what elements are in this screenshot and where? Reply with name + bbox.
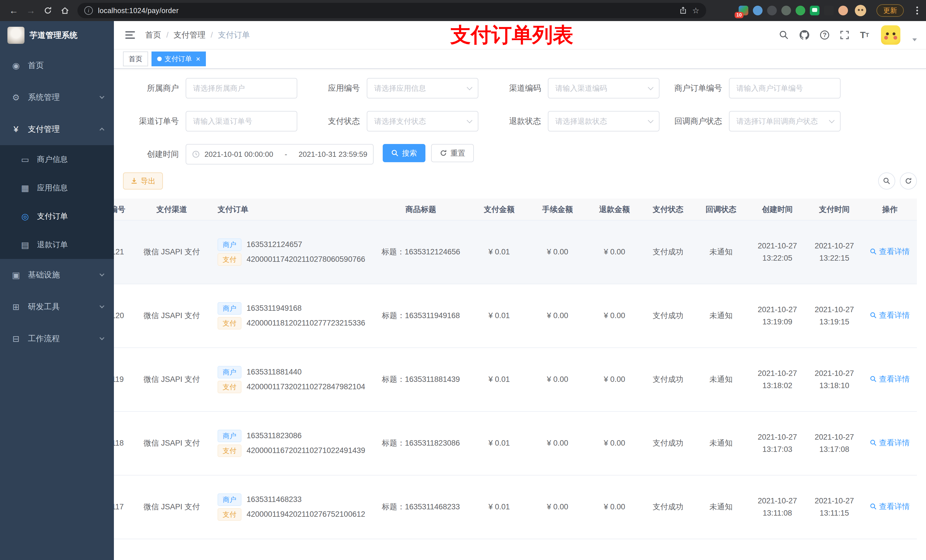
browser-home-button[interactable]: [57, 3, 73, 18]
search-icon: [870, 312, 877, 319]
merchant-input[interactable]: [186, 78, 297, 98]
callback-status-label: 回调商户状态: [666, 116, 729, 127]
font-size-icon[interactable]: TT: [860, 30, 869, 39]
search-icon: [870, 439, 877, 446]
table-row: 119 微信 JSAPI 支付 商户1635311881440 支付420000…: [114, 348, 917, 412]
page-title-annotation: 支付订单列表: [450, 21, 573, 49]
collapse-sidebar-button[interactable]: [123, 29, 137, 41]
app-logo: 芋道管理系统: [0, 21, 114, 50]
card-icon: ▭: [20, 154, 31, 165]
extension-icon[interactable]: [838, 6, 848, 15]
caret-down-icon[interactable]: [912, 38, 917, 41]
yen-icon: ¥: [10, 124, 22, 134]
extension-icon[interactable]: [796, 6, 805, 15]
sidebar-item-app-info[interactable]: ▦ 应用信息: [0, 174, 114, 202]
sidebar-item-workflow[interactable]: ⊟ 工作流程: [0, 323, 114, 355]
search-icon[interactable]: [779, 30, 789, 40]
export-button[interactable]: 导出: [123, 172, 163, 190]
logo-image: [8, 27, 24, 44]
sidebar-item-refund-order[interactable]: ▤ 退款订单: [0, 231, 114, 259]
help-icon[interactable]: ?: [820, 30, 829, 39]
breadcrumb-home[interactable]: 首页: [145, 30, 161, 41]
address-bar[interactable]: i localhost:1024/pay/order ☆: [77, 3, 706, 18]
extension-icon[interactable]: [767, 6, 777, 15]
extension-icon[interactable]: [824, 6, 834, 15]
refund-status-select[interactable]: [548, 111, 660, 131]
browser-profile-avatar[interactable]: [855, 5, 866, 16]
bookmark-star-icon[interactable]: ☆: [692, 6, 699, 15]
view-detail-link[interactable]: 查看详情: [870, 437, 910, 449]
app-title: 芋道管理系统: [30, 30, 77, 41]
create-time-label: 创建时间: [123, 149, 186, 160]
channel-order-label: 渠道订单号: [123, 116, 186, 127]
view-detail-link[interactable]: 查看详情: [870, 246, 910, 258]
callback-status-select[interactable]: [729, 111, 841, 131]
channel-order-input[interactable]: [186, 111, 297, 131]
date-range-input[interactable]: 2021-10-01 00:00:00 - 2021-10-31 23:59:5…: [186, 144, 374, 165]
breadcrumb-payment[interactable]: 支付管理: [174, 30, 206, 41]
sidebar: 芋道管理系统 ◉ 首页 ⚙ 系统管理 ¥ 支付管理: [0, 21, 114, 560]
tab-pay-order[interactable]: 支付订单 ×: [151, 51, 206, 66]
table-row: 120 微信 JSAPI 支付 商户1635311949168 支付420000…: [114, 284, 917, 348]
pay-status-select[interactable]: [367, 111, 478, 131]
chevron-down-icon: [100, 335, 104, 340]
browser-update-button[interactable]: 更新: [876, 4, 904, 17]
workflow-icon: ⊟: [10, 334, 22, 344]
browser-reload-button[interactable]: [40, 3, 56, 18]
breadcrumb-current: 支付订单: [218, 30, 250, 41]
date-start: 2021-10-01 00:00:00: [204, 150, 273, 159]
orders-table: 编号 支付渠道 支付订单 商品标题 支付金额 手续金额 退款金额 支付状态 回调…: [114, 199, 926, 560]
view-detail-link[interactable]: 查看详情: [870, 373, 910, 385]
fullscreen-icon[interactable]: [840, 30, 849, 39]
share-icon[interactable]: [679, 6, 687, 15]
tab-close-icon[interactable]: ×: [196, 55, 200, 63]
sidebar-item-dev-tools[interactable]: ⊞ 研发工具: [0, 291, 114, 323]
sidebar-item-infrastructure[interactable]: ▣ 基础设施: [0, 259, 114, 291]
search-icon: [870, 248, 877, 255]
github-icon[interactable]: [800, 30, 809, 40]
sidebar-item-merchant-info[interactable]: ▭ 商户信息: [0, 145, 114, 174]
merchant-tag: 商户: [218, 238, 242, 251]
top-navbar: 首页 / 支付管理 / 支付订单 支付订单列表 ?: [114, 21, 926, 50]
browser-menu-icon[interactable]: [914, 4, 920, 17]
reset-button[interactable]: 重置: [431, 144, 474, 162]
extension-icon[interactable]: [810, 6, 820, 15]
table-row: 121 微信 JSAPI 支付 商户1635312124657 支付420000…: [114, 220, 917, 284]
document-icon: ▤: [20, 240, 31, 250]
browser-forward-button[interactable]: →: [23, 3, 39, 18]
refresh-icon: [905, 177, 912, 185]
browser-chrome: ← → i localhost:1024/pay/order ☆ 10 更新: [0, 0, 926, 21]
search-icon: [883, 177, 890, 185]
site-info-icon[interactable]: i: [84, 6, 93, 15]
page-content: 所属商户 应用编号 渠道编码 商户订单编号: [114, 69, 926, 560]
search-button[interactable]: 搜索: [383, 144, 425, 162]
sidebar-item-home[interactable]: ◉ 首页: [0, 50, 114, 82]
merchant-order-input[interactable]: [729, 78, 841, 98]
table-row-partial: 商户1635311517: [114, 539, 917, 560]
browser-back-button[interactable]: ←: [6, 3, 22, 18]
active-dot-icon: [157, 57, 162, 61]
sidebar-item-system[interactable]: ⚙ 系统管理: [0, 82, 114, 113]
extension-icon[interactable]: [781, 6, 791, 15]
view-detail-link[interactable]: 查看详情: [870, 501, 910, 513]
refund-status-label: 退款状态: [485, 116, 548, 127]
app-id-select[interactable]: [367, 78, 478, 98]
extension-icon[interactable]: [753, 6, 763, 15]
payment-submenu: ▭ 商户信息 ▦ 应用信息 ◎ 支付订单 ▤ 退款订单: [0, 145, 114, 259]
user-avatar[interactable]: [881, 25, 900, 45]
refresh-table-button[interactable]: [900, 172, 917, 190]
toggle-search-button[interactable]: [878, 172, 895, 190]
merchant-tag: 商户: [218, 494, 242, 506]
date-end: 2021-10-31 23:59:59: [299, 150, 367, 159]
channel-code-select[interactable]: [548, 78, 660, 98]
tab-home[interactable]: 首页: [123, 51, 148, 66]
merchant-order-label: 商户订单编号: [666, 83, 729, 94]
chevron-up-icon: [100, 128, 104, 133]
extensions-area: 10 更新: [738, 4, 920, 17]
sidebar-item-payment[interactable]: ¥ 支付管理: [0, 113, 114, 145]
pay-tag: 支付: [218, 317, 242, 329]
extension-icon[interactable]: 10: [738, 6, 748, 15]
sidebar-item-pay-order[interactable]: ◎ 支付订单: [0, 202, 114, 231]
view-detail-link[interactable]: 查看详情: [870, 309, 910, 322]
merchant-tag: 商户: [218, 366, 242, 379]
